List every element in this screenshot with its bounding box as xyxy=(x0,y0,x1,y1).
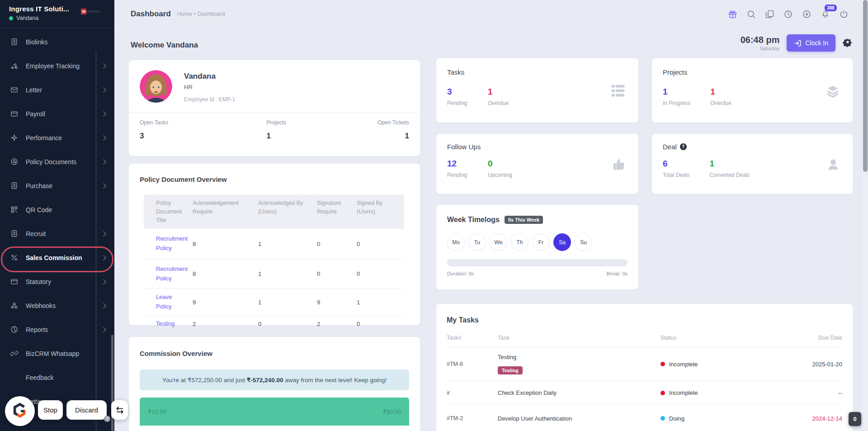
deal-converted-stat: 1 Converted Deals xyxy=(709,159,750,178)
person-icon xyxy=(826,157,840,173)
window-scrollbar[interactable] xyxy=(863,0,868,431)
chevron-right-icon xyxy=(101,279,106,284)
swap-arrows-button[interactable] xyxy=(111,400,128,420)
clock-cluster: 06:48 pm Saturday Clock In xyxy=(741,34,853,52)
task-row[interactable]: #TM-2 Develop User Authentication Doing … xyxy=(447,405,842,431)
day-we[interactable]: We xyxy=(490,233,507,251)
profile-stats: Open Tasks 3 Projects 1 Open Tickets 1 xyxy=(129,113,420,141)
policy-link[interactable]: Recruitment Policy xyxy=(144,229,193,259)
no-icon xyxy=(10,374,18,382)
profile-card: Vandana HR Employee Id : EMP-1 Open Task… xyxy=(129,60,420,156)
day-tu[interactable]: Tu xyxy=(468,233,486,251)
sidebar-item-bizcrm-whatsapp[interactable]: BizCRM Whatsapp xyxy=(0,341,114,365)
notes-icon[interactable] xyxy=(764,9,774,19)
chevron-right-icon xyxy=(101,303,106,308)
deal-card: Deal ? 6 Total Deals 1 Converted Deals xyxy=(652,134,853,194)
sidebar-item-purchase[interactable]: Purchase xyxy=(0,174,114,198)
policy-table-row: Recruitment Policy 8 1 0 0 xyxy=(144,259,404,289)
task-tag: Testing xyxy=(498,366,523,374)
task-row[interactable]: # Check Exception Daily Incomplete -- xyxy=(447,381,842,405)
sidebar-header: Ingress IT Soluti... Vandana INGRESS xyxy=(0,0,114,28)
sidebar-item-feedback[interactable]: Feedback xyxy=(0,365,114,389)
chevron-right-icon xyxy=(101,111,106,116)
policy-table-header: Policy Document Title Acknowledgement Re… xyxy=(144,194,404,229)
task-row[interactable]: #TM-6 Testing Testing Incomplete 2025-01… xyxy=(447,347,842,381)
sidebar-item-webhooks[interactable]: Webhooks xyxy=(0,294,114,317)
commission-overview-card: Commission Overview You're at ₹572,250.0… xyxy=(129,337,420,431)
chevron-right-icon xyxy=(101,135,106,140)
ingress-logo: INGRESS xyxy=(81,9,100,14)
notifications-bell-icon[interactable]: 388 xyxy=(820,9,830,19)
sidebar-item-sales-commission[interactable]: Sales Commission xyxy=(0,246,114,270)
duration-label: Duration: 0s xyxy=(447,271,474,276)
policy-link[interactable]: Testing xyxy=(144,316,193,332)
sidebar-item-letter[interactable]: Letter xyxy=(0,78,114,102)
sidebar-item-qr-code[interactable]: QR Code xyxy=(0,198,114,222)
policy-link[interactable]: Leave Policy xyxy=(144,289,193,315)
envelope-icon xyxy=(10,86,18,94)
commission-card-title: Commission Overview xyxy=(140,350,420,357)
chevron-right-icon xyxy=(101,183,106,188)
day-mo[interactable]: Mo xyxy=(447,233,465,251)
extension-logo-icon xyxy=(11,403,28,420)
weekday-selector: Mo Tu We Th Fr Sa Su xyxy=(447,233,627,251)
sidebar-item-policy-documents[interactable]: Policy Documents xyxy=(0,150,114,174)
profile-info: Vandana HR Employee Id : EMP-1 xyxy=(184,70,235,103)
policy-table: Policy Document Title Acknowledgement Re… xyxy=(144,194,404,333)
sidebar-item-payroll[interactable]: Payroll xyxy=(0,102,114,126)
sidebar-item-reports[interactable]: Reports xyxy=(0,317,114,341)
dashboard-settings-gear-icon[interactable] xyxy=(843,37,853,49)
chevron-right-icon xyxy=(101,231,106,236)
plus-circle-icon[interactable] xyxy=(802,9,811,19)
my-tasks-title: My Tasks xyxy=(447,316,842,324)
window-scrollbar-thumb[interactable] xyxy=(863,0,868,172)
day-fr[interactable]: Fr xyxy=(532,233,550,251)
day-sa-active[interactable]: Sa xyxy=(553,233,571,251)
deal-help-icon[interactable]: ? xyxy=(680,143,687,150)
sidebar-item-statutory[interactable]: Statutory xyxy=(0,270,114,294)
projects-overdue-stat: 1 Overdue xyxy=(710,87,731,106)
day-su[interactable]: Su xyxy=(575,233,592,251)
at-sign-icon xyxy=(10,158,18,166)
deal-total-stat: 6 Total Deals xyxy=(663,159,689,178)
wallet-icon xyxy=(10,278,18,286)
sidebar-item-employee-tracking[interactable]: Employee Tracking xyxy=(0,54,114,78)
welcome-heading: Welcome Vandana xyxy=(131,41,198,50)
clock-in-button[interactable]: Clock In xyxy=(787,34,835,52)
policy-link[interactable]: Recruitment Policy xyxy=(144,259,193,289)
chevron-right-icon xyxy=(101,255,106,260)
chevron-right-icon xyxy=(101,327,106,332)
extension-logo-button[interactable] xyxy=(5,396,35,426)
sidebar-item-biolinks[interactable]: Biolinks xyxy=(0,30,114,54)
clock-icon[interactable] xyxy=(783,9,793,19)
sidebar-item-performance[interactable]: Performance xyxy=(0,126,114,150)
sidebar-inner-scrollbar[interactable] xyxy=(95,51,97,431)
stop-button[interactable]: Stop xyxy=(38,400,63,420)
week-timelogs-card: Week Timelogs 0s This Week Mo Tu We Th F… xyxy=(436,205,638,289)
commission-message: You're at ₹572,250.00 and just ₹-572,240… xyxy=(140,369,409,390)
tasks-card: Tasks 3 Pending 1 Overdue xyxy=(436,58,638,123)
stat-open-tickets: Open Tickets 1 xyxy=(341,119,409,141)
week-total-badge: 0s This Week xyxy=(505,216,543,224)
id-card-icon xyxy=(10,230,18,238)
overlay-help-icon[interactable]: ? xyxy=(104,416,110,422)
search-icon[interactable] xyxy=(746,9,756,19)
sidebar-item-recruit[interactable]: Recruit xyxy=(0,222,114,246)
stat-projects: Projects 1 xyxy=(215,119,342,141)
tasks-pending-stat: 3 Pending xyxy=(447,87,468,106)
notification-count-badge: 388 xyxy=(825,5,837,11)
scooter-icon xyxy=(10,62,18,70)
profile-name: Vandana xyxy=(184,72,235,81)
breadcrumb[interactable]: Home • Dashboard xyxy=(177,11,225,17)
employee-id: Employee Id : EMP-1 xyxy=(184,96,235,103)
power-icon[interactable] xyxy=(839,9,849,19)
deal-card-title: Deal ? xyxy=(663,143,842,151)
profile-role: HR xyxy=(184,84,235,90)
floating-counter-badge[interactable]: 0 xyxy=(849,412,861,426)
swap-arrows-icon xyxy=(115,406,124,414)
gift-icon[interactable] xyxy=(727,9,737,19)
discard-button[interactable]: Discard xyxy=(66,400,107,420)
current-time: 06:48 pm Saturday xyxy=(741,35,780,51)
status-dot-red xyxy=(660,391,665,395)
day-th[interactable]: Th xyxy=(511,233,528,251)
